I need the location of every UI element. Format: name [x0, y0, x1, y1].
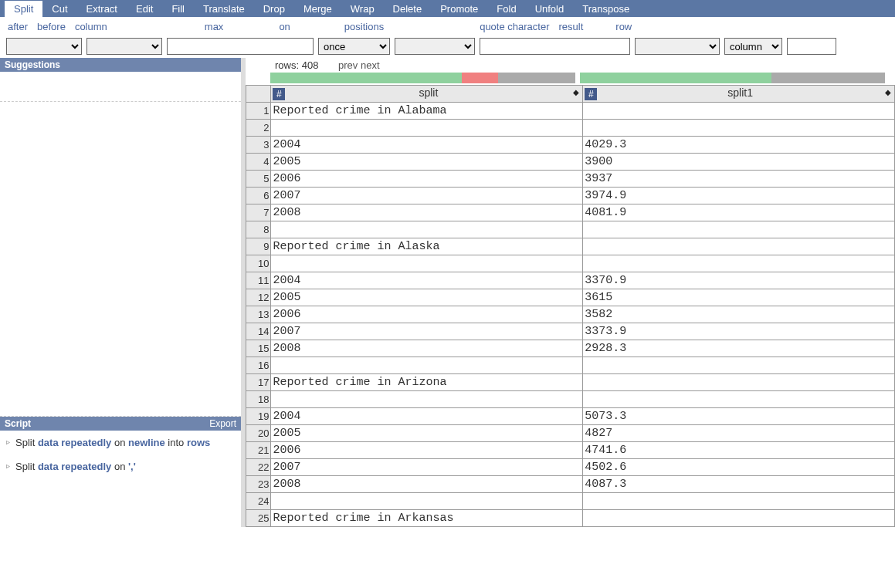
cell[interactable]: 3370.9 — [583, 272, 895, 289]
menu-item-merge[interactable]: Merge — [294, 1, 341, 17]
cell[interactable]: Reported crime in Arizona — [271, 374, 583, 391]
menu-item-translate[interactable]: Translate — [194, 1, 254, 17]
table-row[interactable]: 2020054827 — [246, 425, 895, 442]
cell[interactable]: 4081.9 — [583, 204, 895, 221]
menu-item-unfold[interactable]: Unfold — [526, 1, 574, 17]
param-after-select[interactable] — [6, 38, 82, 55]
table-row[interactable]: 1420073373.9 — [246, 323, 895, 340]
cell[interactable]: 2004 — [271, 272, 583, 289]
cell[interactable]: 4502.6 — [583, 459, 895, 476]
cell[interactable] — [583, 374, 895, 391]
cell[interactable]: 2005 — [271, 154, 583, 171]
cell[interactable]: 4827 — [583, 425, 895, 442]
cell[interactable] — [271, 255, 583, 272]
cell[interactable] — [583, 221, 895, 238]
cell[interactable] — [583, 103, 895, 120]
menu-item-promote[interactable]: Promote — [431, 1, 487, 17]
sort-icon[interactable]: ◆ — [885, 88, 891, 96]
table-row[interactable]: 620073974.9 — [246, 188, 895, 204]
menu-item-cut[interactable]: Cut — [42, 1, 76, 17]
cell[interactable]: 3582 — [583, 306, 895, 323]
sort-icon[interactable]: ◆ — [573, 88, 579, 96]
menu-item-fill[interactable]: Fill — [162, 1, 194, 17]
script-line[interactable]: Split data repeatedly on ',' — [6, 461, 235, 472]
table-row[interactable]: 1120043370.9 — [246, 272, 895, 289]
table-row[interactable]: 1320063582 — [246, 306, 895, 323]
table-row[interactable]: 1920045073.3 — [246, 408, 895, 425]
param-column-input[interactable] — [167, 38, 314, 55]
cell[interactable]: 3373.9 — [583, 323, 895, 340]
table-row[interactable]: 420053900 — [246, 154, 895, 171]
menu-item-wrap[interactable]: Wrap — [341, 1, 384, 17]
table-row[interactable]: 8 — [246, 221, 895, 238]
cell[interactable]: 2004 — [271, 137, 583, 154]
column-header-split[interactable]: #split◆ — [271, 86, 583, 103]
table-row[interactable]: 18 — [246, 391, 895, 408]
cell[interactable] — [583, 510, 895, 527]
table-row[interactable]: 2220074502.6 — [246, 459, 895, 476]
cell[interactable]: 2928.3 — [583, 340, 895, 357]
cell[interactable]: 4741.6 — [583, 442, 895, 459]
table-row[interactable]: 720084081.9 — [246, 204, 895, 221]
menu-item-extract[interactable]: Extract — [77, 1, 127, 17]
param-row-input[interactable] — [787, 38, 836, 55]
export-link[interactable]: Export — [209, 418, 236, 429]
menu-item-delete[interactable]: Delete — [384, 1, 432, 17]
table-row[interactable]: 2320084087.3 — [246, 476, 895, 493]
cell[interactable] — [583, 493, 895, 510]
cell[interactable] — [583, 238, 895, 255]
table-row[interactable]: 9Reported crime in Alaska — [246, 238, 895, 255]
cell[interactable]: 2005 — [271, 425, 583, 442]
script-line[interactable]: Split data repeatedly on newline into ro… — [6, 437, 235, 448]
table-row[interactable]: 320044029.3 — [246, 137, 895, 154]
cell[interactable]: 2004 — [271, 408, 583, 425]
param-result-select[interactable]: column — [724, 38, 782, 55]
prev-link[interactable]: prev — [338, 59, 358, 71]
cell[interactable]: 2007 — [271, 188, 583, 204]
table-row[interactable]: 1520082928.3 — [246, 340, 895, 357]
param-on-select[interactable] — [395, 38, 475, 55]
cell[interactable] — [583, 255, 895, 272]
cell[interactable]: 3615 — [583, 289, 895, 306]
cell[interactable]: 2008 — [271, 204, 583, 221]
table-row[interactable]: 1Reported crime in Alabama — [246, 103, 895, 120]
cell[interactable]: Reported crime in Arkansas — [271, 510, 583, 527]
menu-item-fold[interactable]: Fold — [487, 1, 525, 17]
cell[interactable] — [271, 120, 583, 137]
cell[interactable] — [271, 221, 583, 238]
param-before-select[interactable] — [86, 38, 162, 55]
cell[interactable]: 4087.3 — [583, 476, 895, 493]
cell[interactable]: 2008 — [271, 340, 583, 357]
table-row[interactable]: 10 — [246, 255, 895, 272]
table-row[interactable]: 1220053615 — [246, 289, 895, 306]
cell[interactable] — [271, 391, 583, 408]
table-row[interactable]: 2120064741.6 — [246, 442, 895, 459]
cell[interactable]: 2006 — [271, 306, 583, 323]
cell[interactable] — [583, 357, 895, 374]
cell[interactable]: 3937 — [583, 171, 895, 188]
cell[interactable]: 2006 — [271, 442, 583, 459]
cell[interactable]: 3900 — [583, 154, 895, 171]
param-quote-select[interactable] — [635, 38, 720, 55]
column-header-split1[interactable]: #split1◆ — [583, 86, 895, 103]
cell[interactable]: 3974.9 — [583, 188, 895, 204]
param-positions-input[interactable] — [480, 38, 630, 55]
cell[interactable]: 2006 — [271, 171, 583, 188]
table-row[interactable]: 17Reported crime in Arizona — [246, 374, 895, 391]
table-row[interactable]: 2 — [246, 120, 895, 137]
cell[interactable]: 2007 — [271, 459, 583, 476]
cell[interactable]: 2007 — [271, 323, 583, 340]
cell[interactable]: Reported crime in Alaska — [271, 238, 583, 255]
cell[interactable] — [271, 357, 583, 374]
menu-item-split[interactable]: Split — [5, 1, 42, 17]
table-row[interactable]: 24 — [246, 493, 895, 510]
cell[interactable]: 5073.3 — [583, 408, 895, 425]
cell[interactable]: Reported crime in Alabama — [271, 103, 583, 120]
next-link[interactable]: next — [361, 59, 380, 71]
cell[interactable] — [583, 120, 895, 137]
menu-item-drop[interactable]: Drop — [254, 1, 294, 17]
cell[interactable]: 4029.3 — [583, 137, 895, 154]
menu-item-transpose[interactable]: Transpose — [573, 1, 639, 17]
menu-item-edit[interactable]: Edit — [127, 1, 162, 17]
cell[interactable] — [271, 493, 583, 510]
